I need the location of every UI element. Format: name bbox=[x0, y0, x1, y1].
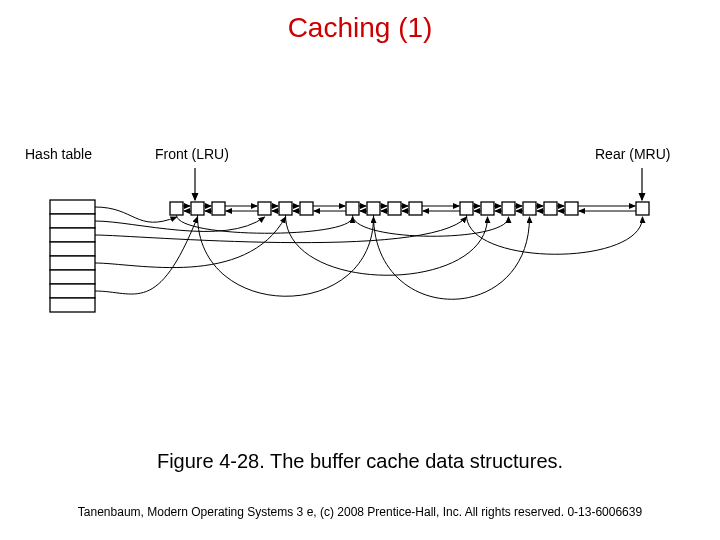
svg-rect-10 bbox=[212, 202, 225, 215]
svg-rect-0 bbox=[50, 200, 95, 214]
svg-rect-9 bbox=[191, 202, 204, 215]
svg-rect-21 bbox=[523, 202, 536, 215]
svg-rect-17 bbox=[409, 202, 422, 215]
svg-rect-6 bbox=[50, 284, 95, 298]
svg-rect-7 bbox=[50, 298, 95, 312]
diagram-svg bbox=[20, 130, 700, 380]
svg-rect-16 bbox=[388, 202, 401, 215]
svg-rect-5 bbox=[50, 270, 95, 284]
svg-rect-13 bbox=[300, 202, 313, 215]
svg-rect-19 bbox=[481, 202, 494, 215]
svg-rect-20 bbox=[502, 202, 515, 215]
figure-caption: Figure 4-28. The buffer cache data struc… bbox=[0, 450, 720, 473]
svg-rect-15 bbox=[367, 202, 380, 215]
rear-mru-label: Rear (MRU) bbox=[595, 146, 670, 162]
svg-rect-8 bbox=[170, 202, 183, 215]
svg-rect-11 bbox=[258, 202, 271, 215]
hash-table-label: Hash table bbox=[25, 146, 92, 162]
svg-rect-18 bbox=[460, 202, 473, 215]
svg-rect-12 bbox=[279, 202, 292, 215]
svg-rect-2 bbox=[50, 228, 95, 242]
svg-rect-23 bbox=[565, 202, 578, 215]
svg-rect-22 bbox=[544, 202, 557, 215]
slide-title: Caching (1) bbox=[0, 12, 720, 44]
svg-rect-3 bbox=[50, 242, 95, 256]
svg-rect-14 bbox=[346, 202, 359, 215]
svg-rect-1 bbox=[50, 214, 95, 228]
svg-rect-4 bbox=[50, 256, 95, 270]
svg-rect-24 bbox=[636, 202, 649, 215]
front-lru-label: Front (LRU) bbox=[155, 146, 229, 162]
copyright-footer: Tanenbaum, Modern Operating Systems 3 e,… bbox=[0, 505, 720, 519]
buffer-cache-diagram: Hash table Front (LRU) Rear (MRU) bbox=[20, 130, 700, 380]
